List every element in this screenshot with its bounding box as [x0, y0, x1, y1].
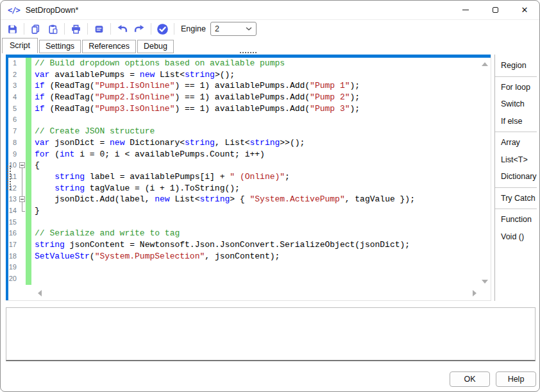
code-line[interactable]: 18SetValueStr("System.PumpSelection", js… — [8, 251, 482, 262]
snippet-region[interactable]: Region — [495, 57, 537, 74]
code-line[interactable]: 4if (ReadTag("Pump2.IsOnline") == 1) ava… — [8, 92, 482, 103]
snippet-dictionary[interactable]: Dictionary — [495, 168, 537, 185]
snippet-if-else[interactable]: If else — [495, 113, 537, 130]
tab-strip: Script Settings References Debug — [1, 38, 539, 53]
titlebar: </> SetDropDown* ✕ — [1, 1, 539, 20]
snippet-function[interactable]: Function — [495, 211, 537, 228]
code-line[interactable]: 6 — [8, 114, 482, 126]
tab-script[interactable]: Script — [2, 38, 38, 53]
change-indicator-bar — [26, 126, 31, 137]
tab-settings[interactable]: Settings — [39, 40, 81, 53]
maximize-icon — [493, 7, 498, 13]
chevron-down-icon — [246, 27, 252, 31]
code-text: var availablePumps = new List<string>(); — [31, 69, 235, 81]
fold-rail — [19, 183, 26, 194]
window-controls: ✕ — [451, 1, 539, 19]
vertical-splitter-grip[interactable] — [6, 165, 11, 191]
line-number: 3 — [8, 80, 19, 92]
code-line[interactable]: 11 string label = availablePumps[i] + " … — [8, 171, 482, 183]
line-number: 13 — [8, 194, 19, 205]
snippet-for-loop[interactable]: For loop — [495, 79, 537, 96]
minimize-button[interactable] — [451, 1, 480, 19]
copy-button[interactable] — [27, 21, 44, 37]
code-app-icon: </> — [8, 6, 20, 15]
scroll-up-arrow[interactable] — [482, 62, 488, 66]
code-line[interactable]: 15 — [8, 217, 482, 228]
scroll-right-arrow[interactable] — [473, 290, 477, 296]
code-line[interactable]: 16// Serialize and write to tag — [8, 228, 482, 239]
snippet-group: Try Catch — [495, 187, 537, 209]
code-line[interactable]: 12 string tagValue = (i + 1).ToString(); — [8, 183, 482, 194]
code-line[interactable]: 2var availablePumps = new List<string>()… — [8, 69, 482, 81]
snippet-list-t[interactable]: List<T> — [495, 151, 537, 169]
snippet-void[interactable]: Void () — [495, 228, 537, 246]
fold-rail — [19, 114, 26, 126]
line-number: 18 — [8, 251, 19, 262]
minimize-icon — [462, 10, 469, 10]
code-line[interactable]: 5if (ReadTag("Pump3.IsOnline") == 1) ava… — [8, 103, 482, 115]
fold-rail — [19, 205, 26, 217]
code-line[interactable]: 9for (int i = 0; i < availablePumps.Coun… — [8, 149, 482, 160]
ok-button-label: OK — [464, 375, 475, 384]
help-button-label: Help — [508, 375, 525, 384]
toolbar-separator — [87, 23, 88, 35]
change-indicator-bar — [26, 273, 31, 285]
line-number: 16 — [8, 228, 19, 239]
fold-rail — [19, 251, 26, 262]
redo-button[interactable] — [131, 21, 148, 37]
code-text: // Create JSON structure — [31, 126, 155, 137]
code-text: if (ReadTag("Pump2.IsOnline") == 1) avai… — [31, 92, 360, 103]
undo-button[interactable] — [114, 21, 131, 37]
fold-collapse-icon — [19, 162, 25, 168]
line-number: 1 — [8, 58, 19, 69]
format-button[interactable] — [90, 21, 108, 37]
tab-debug[interactable]: Debug — [137, 40, 174, 53]
fold-toggle[interactable] — [19, 160, 26, 171]
close-button[interactable]: ✕ — [510, 1, 539, 19]
code-text: } — [31, 205, 40, 217]
script-editor-window: </> SetDropDown* ✕ — [0, 0, 540, 392]
code-line[interactable]: 3if (ReadTag("Pump1.IsOnline") == 1) ava… — [8, 80, 482, 92]
line-number: 9 — [8, 149, 19, 160]
change-indicator-bar — [26, 194, 31, 205]
code-line[interactable]: 13 jsonDict.Add(label, new List<string> … — [8, 194, 482, 205]
floppy-icon — [7, 24, 18, 35]
fold-rail — [19, 137, 26, 149]
help-button[interactable]: Help — [496, 371, 536, 387]
snippet-switch[interactable]: Switch — [495, 96, 537, 113]
fold-rail — [19, 228, 26, 239]
snippet-list: RegionFor loopSwitchIf elseArrayList<T>D… — [494, 55, 537, 301]
print-button[interactable] — [67, 21, 85, 37]
code-line[interactable]: 20 — [8, 273, 482, 285]
code-line[interactable]: 1// Build dropdown options based on avai… — [8, 58, 482, 69]
tab-label: Debug — [144, 42, 167, 51]
code-editor[interactable]: 1// Build dropdown options based on avai… — [6, 55, 491, 301]
scroll-left-arrow[interactable] — [38, 290, 42, 296]
code-line[interactable]: 14} — [8, 205, 482, 217]
code-line[interactable]: 7// Create JSON structure — [8, 126, 482, 137]
code-line[interactable]: 8var jsonDict = new Dictionary<string, L… — [8, 137, 482, 149]
save-button[interactable] — [4, 21, 21, 37]
toolbar-separator — [110, 23, 111, 35]
line-number: 8 — [8, 137, 19, 149]
fold-rail — [19, 171, 26, 183]
snippet-array[interactable]: Array — [495, 134, 537, 151]
snippet-try-catch[interactable]: Try Catch — [495, 190, 537, 207]
ok-button[interactable]: OK — [450, 371, 490, 387]
fold-toggle[interactable] — [19, 194, 26, 205]
code-line[interactable]: 10{ — [8, 160, 482, 171]
paste-button[interactable] — [44, 21, 62, 37]
validate-button[interactable] — [154, 21, 171, 37]
engine-select[interactable]: 2 — [210, 22, 257, 36]
printer-icon — [71, 24, 81, 35]
maximize-button[interactable] — [480, 1, 510, 19]
change-indicator-bar — [26, 114, 31, 126]
line-number: 5 — [8, 103, 19, 115]
change-indicator-bar — [26, 80, 31, 92]
tab-references[interactable]: References — [82, 40, 136, 53]
code-line[interactable]: 17string jsonContent = Newtonsoft.Json.J… — [8, 239, 482, 251]
scroll-down-arrow[interactable] — [482, 280, 488, 284]
fold-rail — [19, 58, 26, 69]
code-text: var jsonDict = new Dictionary<string, Li… — [31, 137, 305, 149]
code-line[interactable]: 19 — [8, 262, 482, 273]
